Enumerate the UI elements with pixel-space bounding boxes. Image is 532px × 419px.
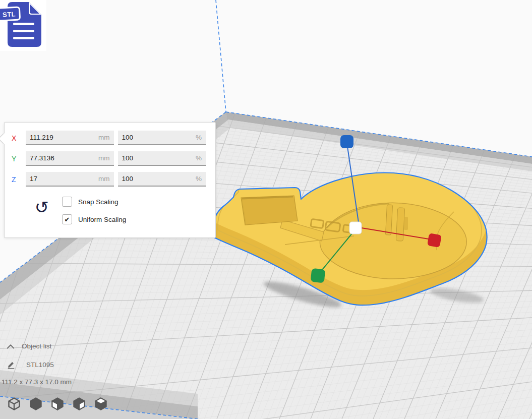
cube-3d-icon	[7, 397, 22, 411]
uniform-scaling-label: Uniform Scaling	[78, 216, 126, 223]
scale-y-mm-value: 77.3136	[30, 154, 54, 162]
view-top-button[interactable]	[50, 397, 65, 411]
percent-unit-label: %	[196, 154, 202, 162]
object-list-label: Object list	[22, 342, 51, 350]
scale-x-mm-field[interactable]: 111.219 mm	[26, 131, 114, 145]
scale-z-percent-field[interactable]: 100 %	[118, 172, 206, 187]
stl-badge: STL	[0, 7, 20, 21]
check-icon: ✔	[65, 216, 70, 223]
snap-scaling-option[interactable]: ✔ Snap Scaling	[62, 197, 126, 207]
pencil-icon	[7, 360, 16, 369]
cube-top-icon	[50, 397, 65, 411]
model-dimensions-text: 111.2 x 77.3 x 17.0 mm	[2, 378, 72, 386]
mm-unit-label: mm	[98, 134, 110, 141]
scale-row-z: Z 17 mm 100 %	[12, 172, 206, 187]
percent-unit-label: %	[196, 175, 202, 183]
view-right-button[interactable]	[93, 397, 108, 411]
gizmo-z-handle[interactable]	[340, 135, 353, 148]
view-left-button[interactable]	[72, 397, 87, 411]
mm-unit-label: mm	[98, 154, 110, 162]
svg-text:STL: STL	[3, 10, 16, 18]
scale-z-mm-field[interactable]: 17 mm	[26, 172, 114, 187]
object-list-header[interactable]: Object list	[6, 342, 51, 350]
scale-z-percent-value: 100	[122, 175, 134, 183]
gizmo-y-handle[interactable]	[311, 268, 326, 283]
axis-z-label: Z	[12, 175, 22, 184]
scale-x-percent-field[interactable]: 100 %	[118, 131, 206, 145]
scale-x-mm-value: 111.219	[30, 134, 53, 141]
percent-unit-label: %	[196, 134, 202, 141]
view-front-button[interactable]	[28, 397, 43, 411]
stl-file-icon: STL	[0, 0, 46, 51]
gizmo-x-handle[interactable]	[427, 233, 442, 248]
scale-y-percent-field[interactable]: 100 %	[118, 151, 206, 166]
scale-x-percent-value: 100	[122, 134, 134, 141]
mm-unit-label: mm	[98, 175, 110, 183]
document-lines-icon	[13, 23, 34, 39]
scale-z-mm-value: 17	[30, 175, 37, 183]
axis-y-label: Y	[12, 155, 22, 163]
reset-scale-button[interactable]: ↺	[31, 199, 53, 216]
uniform-scaling-checkbox[interactable]: ✔	[62, 214, 72, 224]
scale-row-x: X 111.219 mm 100 %	[12, 131, 206, 145]
scale-y-mm-field[interactable]: 77.3136 mm	[26, 151, 114, 166]
model-cavity-headstock	[241, 196, 298, 225]
object-item-name: STL1095	[26, 361, 54, 369]
axis-x-label: X	[12, 134, 22, 142]
panel-tail-pointer	[0, 133, 5, 144]
cube-front-icon	[28, 397, 43, 411]
scale-row-y: Y 77.3136 mm 100 %	[12, 151, 206, 166]
view-3d-button[interactable]	[7, 397, 22, 411]
object-list-item[interactable]: STL1095	[7, 360, 54, 369]
scale-y-percent-value: 100	[122, 154, 134, 162]
stl-file-thumbnail: STL	[0, 0, 46, 51]
gizmo-center-handle[interactable]	[349, 222, 362, 234]
cube-right-icon	[93, 397, 108, 411]
camera-view-toolbar	[7, 397, 108, 411]
snap-scaling-label: Snap Scaling	[78, 198, 119, 206]
cube-left-icon	[72, 397, 87, 411]
chevron-up-icon	[6, 343, 15, 350]
snap-scaling-checkbox[interactable]: ✔	[62, 197, 72, 207]
cura-viewport: STL X 111.219 mm 100 % Y 77.3136 mm 100	[0, 0, 532, 419]
uniform-scaling-option[interactable]: ✔ Uniform Scaling	[62, 214, 126, 224]
scale-tool-panel: X 111.219 mm 100 % Y 77.3136 mm 100 % Z	[4, 122, 216, 238]
